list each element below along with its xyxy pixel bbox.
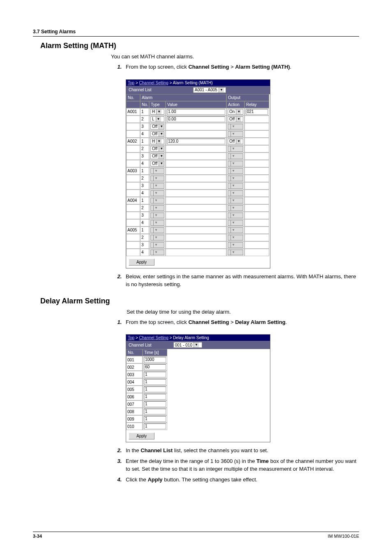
text: . [290,64,292,70]
time-input[interactable]: 1 [144,416,166,422]
separator: > [169,335,173,340]
cell-relay [244,175,269,182]
action-select: ▼ [228,220,243,226]
action-select[interactable]: On▼ [228,109,243,115]
cell-value [166,190,226,197]
cell-value [166,145,226,153]
cell-type: ▼ [149,241,166,249]
type-select[interactable]: Off▼ [150,146,164,152]
type-select[interactable]: Off▼ [150,161,164,166]
cell-no: 006 [126,393,143,400]
type-select[interactable]: Off▼ [150,131,164,137]
time-input[interactable]: 60 [144,364,166,370]
time-input[interactable]: 1000 [144,357,166,363]
action-select: ▼ [228,153,243,159]
text: From the top screen, click [126,64,188,70]
cell-action: ▼ [226,204,244,212]
time-input[interactable]: 1 [144,386,166,392]
cell-value [166,204,226,212]
cell-action: ▼ [226,130,244,138]
breadcrumb-channel-setting[interactable]: Channel Setting [139,81,168,85]
cell-channel-no [126,241,140,249]
table-row: 0041 [126,378,270,386]
type-select[interactable]: L▼ [150,116,164,122]
time-input[interactable]: 1 [144,423,166,429]
table-row: 2▼▼ [126,204,270,212]
chevron-down-icon: ▼ [153,169,159,173]
table-row: 0011000 [126,356,270,363]
cell-relay [244,197,269,204]
delay-intro: Set the delay time for using the delay a… [127,309,359,315]
type-select[interactable]: H▼ [150,109,164,115]
cell-relay [244,123,269,130]
action-select: ▼ [228,242,243,248]
type-select: ▼ [150,250,164,255]
cell-relay [244,190,269,197]
text: > [229,64,235,70]
table-row: 0031 [126,371,270,378]
cell-no: 002 [126,363,143,371]
time-input[interactable]: 1 [144,372,166,377]
cell-value [166,227,226,234]
chevron-down-icon: ▼ [156,109,161,114]
channel-list-select[interactable]: A001 - A005 ▼ [193,87,226,93]
apply-button[interactable]: Apply [129,432,154,439]
type-select: ▼ [150,198,164,204]
cell-alarm-no: 2 [140,116,149,123]
section-header: 3.7 Setting Alarms [33,29,359,35]
value-input[interactable]: 1.00 [167,109,225,115]
cell-relay [244,249,269,256]
cell-relay [244,130,269,138]
cell-channel-no: A001 [126,108,140,116]
cell-time: 1 [143,400,167,408]
separator: > [136,335,139,340]
cell-relay: 021 [244,108,269,116]
cell-time: 1 [143,415,167,423]
cell-alarm-no: 4 [140,249,149,256]
value-input[interactable]: 120.0 [167,139,225,144]
time-input[interactable]: 1 [144,379,166,385]
cell-type: ▼ [149,234,166,241]
channel-list-bar: Channel List A001 - A005 ▼ [126,86,270,94]
cell-channel-no: A003 [126,167,140,175]
cell-action: ▼ [226,227,244,234]
breadcrumb-channel-setting[interactable]: Channel Setting [139,335,168,340]
breadcrumb-top[interactable]: Top [128,335,134,340]
time-input[interactable]: 1 [144,394,166,400]
apply-button[interactable]: Apply [129,259,154,266]
cell-action: ▼ [226,123,244,130]
chevron-down-icon: ▼ [153,176,159,181]
chevron-down-icon: ▼ [153,191,159,196]
table-row: A0031▼▼ [126,167,270,175]
time-input[interactable]: 1 [144,409,166,414]
channel-list-label: Channel List [129,88,152,92]
type-select[interactable]: Off▼ [150,153,164,159]
action-select[interactable]: Off▼ [228,139,243,144]
chevron-down-icon: ▼ [231,206,236,210]
text-bold: Channel List [141,447,173,453]
action-select[interactable]: Off▼ [228,116,243,122]
type-select[interactable]: H▼ [150,139,164,144]
cell-action: Off▼ [226,116,244,123]
time-input[interactable]: 1 [144,401,166,407]
cell-channel-no [126,123,140,130]
cell-relay [244,167,269,175]
header-rule [33,36,359,37]
cell-alarm-no: 2 [140,234,149,241]
type-select[interactable]: Off▼ [150,124,164,130]
value-input[interactable]: 0.00 [167,116,225,122]
table-row: 4▼▼ [126,249,270,256]
action-select: ▼ [228,190,243,196]
channel-list-value: 001 - 010 [174,343,194,347]
page-number: 3-34 [33,534,42,539]
chevron-down-icon: ▼ [236,109,241,114]
breadcrumb-top[interactable]: Top [128,81,134,85]
cell-type: Off▼ [149,160,166,167]
chevron-down-icon: ▼ [231,191,236,196]
chevron-down-icon: ▼ [219,88,224,92]
cell-channel-no [126,130,140,138]
relay-input[interactable]: 021 [246,109,268,115]
channel-list-select[interactable]: 001 - 010 ▼ [173,342,202,348]
action-select: ▼ [228,176,243,181]
math-steps-2: Below, enter settings in the same manner… [111,273,359,289]
